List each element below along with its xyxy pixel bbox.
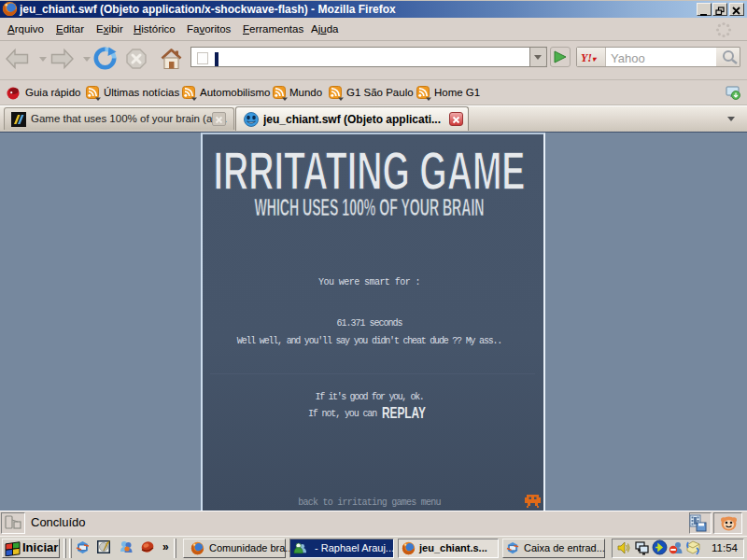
svg-text:WHICH USES 100% OF YOUR BRAIN: WHICH USES 100% OF YOUR BRAIN <box>255 193 485 221</box>
svg-text:REPLAY: REPLAY <box>382 404 426 421</box>
svg-text:IRRITATING GAME: IRRITATING GAME <box>214 141 526 201</box>
